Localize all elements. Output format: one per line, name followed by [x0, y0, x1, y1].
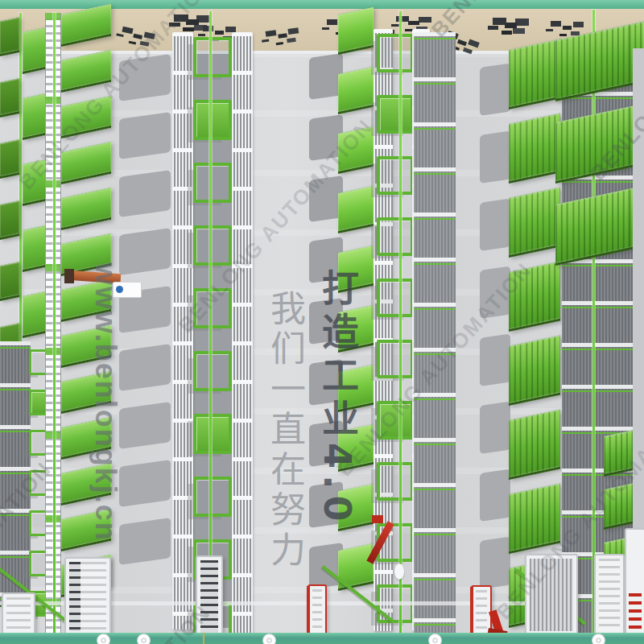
second-aisle-frames — [193, 37, 232, 642]
floor-shadow — [480, 266, 510, 319]
watermark-slogan: 打造工业4.0 我们一直在努力 — [259, 269, 364, 572]
machinery-cluster — [396, 16, 409, 22]
floor-shadow — [119, 402, 171, 449]
factory-warehouse-render: www.benlongkj.cn 打造工业4.0 我们一直在努力 BENLONG… — [0, 0, 644, 644]
left-rack-upper-panels — [23, 27, 47, 338]
robot-head — [64, 269, 74, 283]
floor-shadow — [480, 334, 510, 386]
rack-panel — [61, 142, 111, 184]
rack-panel — [23, 225, 47, 272]
floor-marker — [428, 634, 442, 644]
buffer-station — [525, 554, 578, 636]
workstation — [2, 592, 35, 637]
floor-marker — [97, 634, 110, 644]
rack-frame — [193, 163, 232, 203]
rack-panel — [338, 7, 374, 55]
rack-panel — [338, 126, 374, 174]
workstation — [594, 554, 625, 636]
rack-panel — [509, 335, 560, 406]
watermark-website: www.benlongkj.cn — [89, 262, 122, 542]
floor-shadow — [480, 131, 510, 184]
station-mesh — [530, 559, 573, 631]
conveyor-tower — [196, 555, 223, 642]
shuttle-carrier — [394, 564, 404, 580]
floor-shadow — [480, 469, 510, 522]
left-aisle-crane-rail — [53, 13, 56, 638]
third-aisle-mesh-rack — [414, 32, 456, 633]
workstation — [64, 557, 111, 637]
machinery-cluster — [203, 26, 213, 31]
rack-panel — [509, 187, 560, 258]
floor-shadow — [480, 537, 510, 589]
rack-panel — [61, 50, 111, 93]
rack-frame — [377, 279, 414, 317]
corner-station — [625, 528, 644, 644]
left-rack-lower-mesh — [0, 341, 31, 604]
floor-shadow — [119, 228, 171, 275]
rack-panel — [0, 200, 19, 240]
right-aisle-panel-shadows — [480, 64, 510, 589]
machinery-cluster — [551, 21, 561, 27]
rack-frame — [377, 217, 414, 256]
rack-panel — [509, 409, 560, 480]
rack-frame — [193, 414, 232, 454]
floor-shadow — [480, 402, 510, 454]
rack-frame — [193, 351, 232, 391]
floor-marker — [262, 634, 276, 644]
rack-panel — [0, 262, 19, 301]
watermark-slogan-line1: 打造工业4.0 — [311, 269, 364, 572]
rack-panel — [555, 104, 644, 184]
machinery-cluster — [174, 14, 188, 22]
right-rack-top-panels — [555, 22, 644, 266]
rack-panel — [509, 483, 560, 554]
rack-frame — [193, 225, 232, 266]
rack-panel — [338, 186, 374, 233]
rack-frame — [377, 401, 414, 440]
second-aisle-right-towers — [232, 32, 253, 634]
station-dark-slats — [69, 562, 80, 631]
floor-shadow — [480, 199, 510, 251]
rack-panel — [0, 78, 19, 118]
rack-panel — [61, 188, 111, 230]
station-slats — [599, 559, 620, 631]
second-aisle-left-towers — [172, 32, 193, 630]
walkway-marker-line — [203, 633, 204, 644]
station-slats — [6, 597, 31, 631]
rack-panel — [23, 27, 47, 74]
floor-shadow — [119, 344, 171, 391]
rack-panel — [509, 261, 560, 332]
watermark-slogan-line2: 我们一直在努力 — [259, 269, 311, 572]
rack-frame — [193, 100, 232, 140]
floor-shadow — [119, 112, 171, 159]
machinery-cluster — [493, 18, 506, 25]
rack-frame — [193, 477, 232, 517]
rack-panel — [23, 93, 47, 140]
rack-panel — [509, 113, 560, 184]
floor-shadow — [119, 170, 171, 217]
rack-frame — [377, 462, 414, 501]
floor-shadow — [119, 460, 171, 507]
right-aisle-panels — [509, 39, 560, 628]
rack-panel — [509, 39, 560, 109]
machinery-cluster — [327, 19, 337, 25]
left-aisle-panel-shadows — [119, 54, 171, 565]
rack-frame — [377, 340, 414, 378]
floor-marker — [592, 634, 605, 644]
floor-shadow — [119, 54, 171, 101]
floor-shadow — [480, 64, 510, 116]
second-aisle-crane-rail — [209, 11, 212, 638]
rack-panel — [338, 67, 374, 114]
rack-frame — [377, 156, 414, 195]
rack-frame — [193, 288, 232, 328]
rack-panel — [0, 17, 19, 56]
station-slats — [200, 560, 218, 638]
third-aisle-crane-rail — [399, 11, 402, 639]
rack-frame — [377, 95, 414, 134]
rack-panel — [23, 159, 47, 206]
floor-marker — [137, 634, 151, 644]
rack-panel — [23, 291, 47, 338]
robot-base — [372, 515, 383, 523]
rack-panel — [61, 96, 111, 138]
rack-frame — [193, 37, 232, 77]
floor-shadow — [119, 518, 171, 565]
